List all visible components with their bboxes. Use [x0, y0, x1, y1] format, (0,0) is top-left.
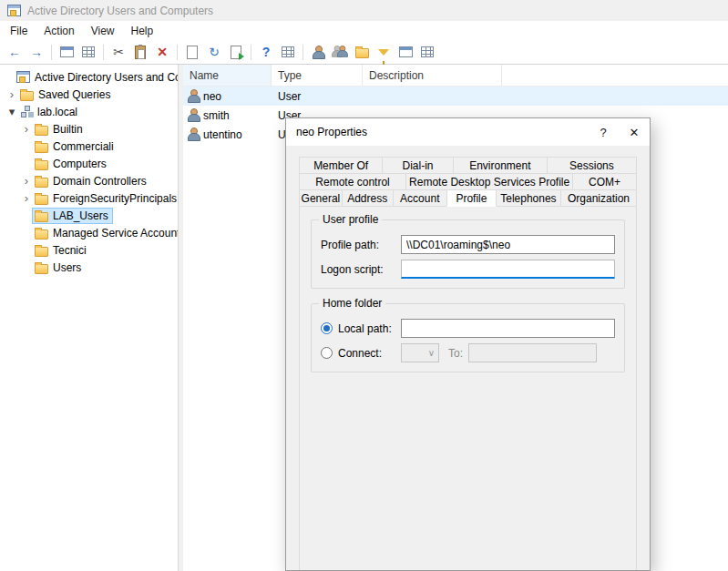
logon-script-row: Logon script:: [321, 260, 615, 279]
home-folder-group: Home folder Local path: Connect: ∨ To:: [311, 303, 625, 372]
local-path-input[interactable]: [401, 319, 615, 338]
drive-letter-dropdown[interactable]: ∨: [401, 343, 439, 362]
new-user-icon[interactable]: [307, 42, 329, 62]
user-icon: [188, 127, 199, 141]
tree-item-lab-local[interactable]: ▾ lab.local: [0, 103, 178, 120]
tab-general[interactable]: General: [299, 189, 343, 207]
toolbar-separator: [103, 45, 104, 60]
list-view-icon[interactable]: [77, 42, 99, 62]
folder-icon: [35, 160, 48, 170]
menu-action[interactable]: Action: [36, 23, 82, 39]
list-option-icon[interactable]: [416, 42, 438, 62]
expander-icon[interactable]: ›: [20, 174, 33, 188]
folder-icon: [35, 195, 48, 205]
toolbar: ← → ✂ ✕ ↻ ?: [0, 40, 728, 65]
chevron-down-icon: ∨: [428, 348, 435, 358]
tab-telephones[interactable]: Telephones: [496, 189, 561, 207]
person-icon: [313, 46, 323, 59]
tab-sessions[interactable]: Sessions: [547, 157, 637, 174]
expander-icon[interactable]: ▾: [5, 105, 18, 118]
back-icon[interactable]: ←: [4, 42, 26, 62]
cell-type: User: [272, 90, 363, 103]
list-row-neo[interactable]: neo User: [183, 87, 728, 106]
tab-remote-desktop-services-profile[interactable]: Remote Desktop Services Profile: [405, 173, 573, 190]
tree-item-tecnici[interactable]: Tecnici: [0, 241, 178, 259]
tree-item-builtin[interactable]: › Builtin: [0, 120, 178, 138]
properties-icon[interactable]: [181, 42, 203, 62]
expander-icon[interactable]: ›: [20, 122, 33, 136]
folder-icon: [20, 91, 34, 101]
profile-path-input[interactable]: [401, 235, 615, 254]
tab-member-of[interactable]: Member Of: [299, 157, 383, 174]
refresh-icon[interactable]: ↻: [203, 42, 225, 62]
tree-item-managed-service-accounts[interactable]: Managed Service Accounts: [0, 224, 178, 241]
table-icon: [421, 46, 434, 57]
tab-com-plus[interactable]: COM+: [572, 173, 637, 190]
expander-icon[interactable]: ›: [5, 87, 18, 101]
filter-icon[interactable]: [373, 42, 395, 62]
help-icon[interactable]: ?: [255, 42, 277, 62]
window-icon: [60, 46, 74, 57]
logon-script-label: Logon script:: [321, 263, 401, 276]
tab-account[interactable]: Account: [393, 189, 448, 207]
profile-path-row: Profile path:: [321, 235, 615, 254]
local-path-label: Local path:: [338, 322, 401, 335]
new-ou-icon[interactable]: [351, 42, 373, 62]
logon-script-input[interactable]: [401, 260, 615, 279]
toolbar-separator: [302, 45, 303, 60]
advanced-view-icon[interactable]: [277, 42, 299, 62]
window-option-icon[interactable]: [395, 42, 416, 62]
tab-row-1: Member Of Dial-in Environment Sessions: [299, 157, 637, 174]
tree-item-commerciali[interactable]: Commerciali: [0, 138, 178, 155]
folder-icon: [35, 178, 48, 188]
tree-item-lab-users[interactable]: LAB_Users: [0, 207, 178, 224]
folder-icon: [355, 48, 369, 58]
folder-icon: [35, 126, 48, 136]
column-header-type[interactable]: Type: [272, 65, 363, 86]
connect-row: Connect: ∨ To:: [321, 343, 615, 362]
clipboard-icon: [135, 46, 146, 59]
tree-item-domain-controllers[interactable]: › Domain Controllers: [0, 172, 178, 189]
titlebar: Active Directory Users and Computers: [0, 0, 728, 21]
table-icon: [282, 46, 294, 57]
menubar: File Action View Help: [0, 21, 728, 40]
show-console-tree-icon[interactable]: [56, 42, 77, 62]
export-list-icon[interactable]: [225, 42, 247, 62]
dialog-help-button[interactable]: ?: [588, 118, 619, 146]
toolbar-separator: [177, 45, 178, 60]
menu-help[interactable]: Help: [123, 23, 162, 39]
cut-icon[interactable]: ✂: [108, 42, 129, 62]
paste-icon[interactable]: [129, 42, 151, 62]
expander-icon[interactable]: ›: [20, 191, 33, 205]
column-header-name[interactable]: Name: [183, 65, 272, 86]
funnel-icon: [378, 49, 389, 56]
menu-file[interactable]: File: [2, 23, 36, 39]
new-group-icon[interactable]: [329, 42, 351, 62]
tree-item-aduc-root[interactable]: Active Directory Users and Computers: [0, 68, 178, 86]
dialog-close-button[interactable]: ✕: [619, 118, 650, 146]
delete-icon[interactable]: ✕: [151, 42, 173, 62]
forward-icon[interactable]: →: [26, 42, 47, 62]
tab-dial-in[interactable]: Dial-in: [382, 157, 454, 174]
tree-item-users[interactable]: Users: [0, 259, 178, 276]
tab-row-2: Remote control Remote Desktop Services P…: [299, 173, 637, 190]
menu-view[interactable]: View: [83, 23, 123, 39]
dialog-titlebar: neo Properties ? ✕: [286, 118, 650, 146]
tab-environment[interactable]: Environment: [453, 157, 548, 174]
folder-icon: [35, 264, 48, 274]
connect-to-input[interactable]: [468, 343, 597, 362]
tab-row-3: General Address Account Profile Telephon…: [299, 189, 637, 207]
tree-item-computers[interactable]: Computers: [0, 155, 178, 172]
tab-profile[interactable]: Profile: [446, 189, 497, 207]
tree-item-foreign-security-principals[interactable]: › ForeignSecurityPrincipals: [0, 189, 178, 207]
column-header-description[interactable]: Description: [363, 65, 502, 86]
tab-organization[interactable]: Organization: [560, 189, 637, 207]
tab-address[interactable]: Address: [342, 189, 394, 207]
tab-remote-control[interactable]: Remote control: [299, 173, 406, 190]
connect-radio[interactable]: [321, 347, 333, 359]
cell-name: smith: [203, 109, 230, 122]
user-icon: [188, 108, 199, 122]
profile-path-label: Profile path:: [321, 239, 401, 251]
tree-item-saved-queries[interactable]: › Saved Queries: [0, 86, 178, 103]
local-path-radio[interactable]: [321, 322, 333, 334]
